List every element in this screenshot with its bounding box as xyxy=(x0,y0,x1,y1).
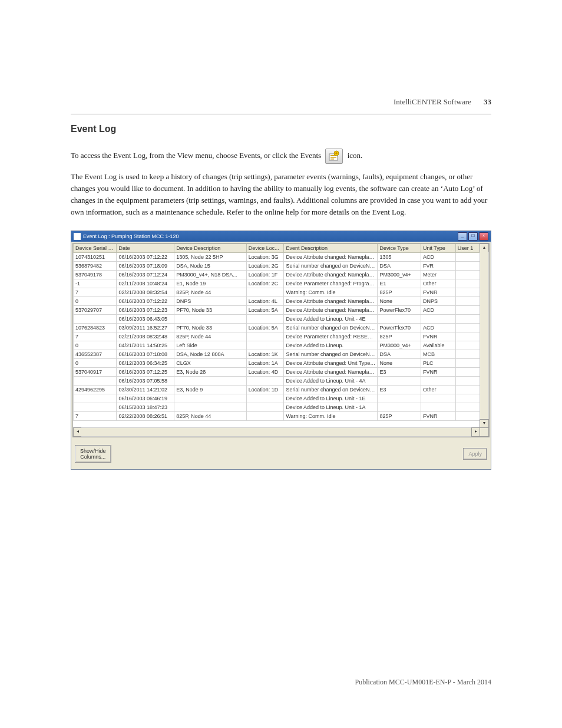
table-cell[interactable]: Location: 2G xyxy=(246,261,284,270)
table-cell[interactable]: DNPS xyxy=(174,297,246,305)
table-cell[interactable] xyxy=(174,403,246,411)
table-row[interactable]: 006/12/2003 06:34:25CLGXLocation: 1ADevi… xyxy=(74,358,489,367)
table-cell[interactable] xyxy=(421,376,455,385)
table-cell[interactable]: E1, Node 19 xyxy=(174,279,246,288)
table-cell[interactable]: 02/22/2008 08:26:51 xyxy=(117,411,174,420)
table-cell[interactable]: 06/12/2003 06:34:25 xyxy=(117,358,174,367)
table-cell[interactable] xyxy=(246,411,284,420)
table-cell[interactable]: PM3000_v4+ xyxy=(378,270,421,279)
table-row[interactable]: 53702970706/16/2003 07:12:23PF70, Node 3… xyxy=(74,305,489,314)
table-row[interactable]: 06/16/2003 07:05:58Device Added to Lineu… xyxy=(74,376,489,385)
show-hide-columns-button[interactable]: Show/Hide Columns... xyxy=(75,445,111,463)
table-cell[interactable]: PM3000_v4+, N18 DSA... xyxy=(174,270,246,279)
table-cell[interactable]: 0 xyxy=(74,297,117,305)
table-cell[interactable]: 825P xyxy=(378,288,421,297)
table-cell[interactable]: DNPS xyxy=(421,297,455,305)
table-cell[interactable]: Device Added to Lineup. Unit - 4A xyxy=(284,376,378,385)
col-header-devdesc[interactable]: Device Description xyxy=(174,243,246,252)
table-cell[interactable]: Location: 5A xyxy=(246,305,284,314)
table-cell[interactable]: 06/16/2003 07:18:08 xyxy=(117,350,174,358)
window-titlebar[interactable]: Event Log : Pumping Station MCC 1-120 _ … xyxy=(71,231,491,242)
table-cell[interactable] xyxy=(246,288,284,297)
table-cell[interactable]: Location: 5A xyxy=(246,323,284,332)
table-row[interactable]: 53704917806/16/2003 07:12:24PM3000_v4+, … xyxy=(74,270,489,279)
table-row[interactable]: 702/21/2008 08:32:54825P, Node 44Warning… xyxy=(74,288,489,297)
table-cell[interactable] xyxy=(246,394,284,403)
table-cell[interactable] xyxy=(378,314,421,323)
table-cell[interactable]: E3 xyxy=(378,367,421,376)
table-cell[interactable]: 06/15/2003 18:47:23 xyxy=(117,403,174,411)
col-header-date[interactable]: Date xyxy=(117,243,174,252)
table-row[interactable]: 702/21/2008 08:32:48825P, Node 44Device … xyxy=(74,332,489,341)
table-row[interactable]: 06/16/2003 06:46:19Device Added to Lineu… xyxy=(74,394,489,403)
table-cell[interactable] xyxy=(246,332,284,341)
table-cell[interactable]: PM3000_v4+ xyxy=(378,341,421,350)
table-cell[interactable]: Device Attribute changed: Nameplate ... xyxy=(284,305,378,314)
table-cell[interactable] xyxy=(74,394,117,403)
table-cell[interactable]: 06/16/2003 07:12:23 xyxy=(117,305,174,314)
table-cell[interactable]: Device Added to Lineup. xyxy=(284,341,378,350)
table-cell[interactable]: Serial number changed on DeviceNet ... xyxy=(284,350,378,358)
table-cell[interactable]: DSA, Node 12 800A xyxy=(174,350,246,358)
close-button[interactable]: × xyxy=(479,232,488,241)
table-cell[interactable] xyxy=(421,403,455,411)
table-cell[interactable] xyxy=(174,314,246,323)
table-cell[interactable]: PowerFlex70 xyxy=(378,305,421,314)
table-cell[interactable]: Serial number changed on DeviceNet ... xyxy=(284,385,378,394)
table-cell[interactable]: FVNR xyxy=(421,411,455,420)
table-cell[interactable]: Meter xyxy=(421,270,455,279)
table-cell[interactable]: 7 xyxy=(74,411,117,420)
table-cell[interactable]: -1 xyxy=(74,279,117,288)
table-cell[interactable]: Location: 1A xyxy=(246,358,284,367)
table-cell[interactable]: Device Attribute changed: Nameplate ... xyxy=(284,297,378,305)
table-cell[interactable] xyxy=(246,314,284,323)
table-cell[interactable]: None xyxy=(378,297,421,305)
table-cell[interactable]: 06/16/2003 07:18:09 xyxy=(117,261,174,270)
table-cell[interactable]: Serial number changed on DeviceNet ... xyxy=(284,323,378,332)
table-cell[interactable]: 1305 xyxy=(378,252,421,261)
table-cell[interactable]: 4294962295 xyxy=(74,385,117,394)
table-row[interactable]: 107628482303/09/2011 16:52:27PF70, Node … xyxy=(74,323,489,332)
table-row[interactable]: -102/11/2008 10:48:24E1, Node 19Location… xyxy=(74,279,489,288)
table-cell[interactable]: 02/11/2008 10:48:24 xyxy=(117,279,174,288)
table-cell[interactable] xyxy=(74,314,117,323)
table-cell[interactable] xyxy=(74,376,117,385)
table-cell[interactable]: 537040917 xyxy=(74,367,117,376)
table-row[interactable]: 006/16/2003 07:12:22DNPSLocation: 4LDevi… xyxy=(74,297,489,305)
table-cell[interactable]: Other xyxy=(421,279,455,288)
table-cell[interactable]: FVNR xyxy=(421,332,455,341)
table-cell[interactable]: ACD xyxy=(421,323,455,332)
table-cell[interactable]: Warning: Comm. Idle xyxy=(284,288,378,297)
table-cell[interactable]: Device Parameter changed: RESET T... xyxy=(284,332,378,341)
table-cell[interactable]: Left Side xyxy=(174,341,246,350)
table-cell[interactable]: 06/16/2003 06:43:05 xyxy=(117,314,174,323)
table-cell[interactable]: ACD xyxy=(421,252,455,261)
table-cell[interactable]: 02/21/2008 08:32:54 xyxy=(117,288,174,297)
table-row[interactable]: 004/21/2011 14:50:25Left SideDevice Adde… xyxy=(74,341,489,350)
table-cell[interactable] xyxy=(421,394,455,403)
table-cell[interactable]: FVNR xyxy=(421,288,455,297)
table-cell[interactable]: 825P xyxy=(378,332,421,341)
grid-header-row[interactable]: Device Serial N... Date Device Descripti… xyxy=(74,243,489,252)
table-cell[interactable]: Location: 3G xyxy=(246,252,284,261)
table-cell[interactable]: ACD xyxy=(421,305,455,314)
table-cell[interactable]: 537029707 xyxy=(74,305,117,314)
table-cell[interactable]: 825P, Node 44 xyxy=(174,332,246,341)
table-cell[interactable]: PLC xyxy=(421,358,455,367)
table-cell[interactable]: Device Added to Lineup. Unit - 4E xyxy=(284,314,378,323)
table-cell[interactable]: None xyxy=(378,358,421,367)
table-cell[interactable]: 03/09/2011 16:52:27 xyxy=(117,323,174,332)
table-row[interactable]: 53704091706/16/2003 07:12:25E3, Node 28L… xyxy=(74,367,489,376)
table-cell[interactable]: DSA xyxy=(378,350,421,358)
table-cell[interactable] xyxy=(246,341,284,350)
table-cell[interactable] xyxy=(246,376,284,385)
table-cell[interactable]: E3, Node 28 xyxy=(174,367,246,376)
table-cell[interactable]: 825P xyxy=(378,411,421,420)
table-cell[interactable]: Location: 1F xyxy=(246,270,284,279)
table-cell[interactable]: 06/16/2003 06:46:19 xyxy=(117,394,174,403)
table-cell[interactable]: Location: 1K xyxy=(246,350,284,358)
table-cell[interactable]: PF70, Node 33 xyxy=(174,305,246,314)
table-cell[interactable]: 0 xyxy=(74,358,117,367)
table-cell[interactable]: 03/30/2011 14:21:02 xyxy=(117,385,174,394)
table-cell[interactable]: 7 xyxy=(74,332,117,341)
